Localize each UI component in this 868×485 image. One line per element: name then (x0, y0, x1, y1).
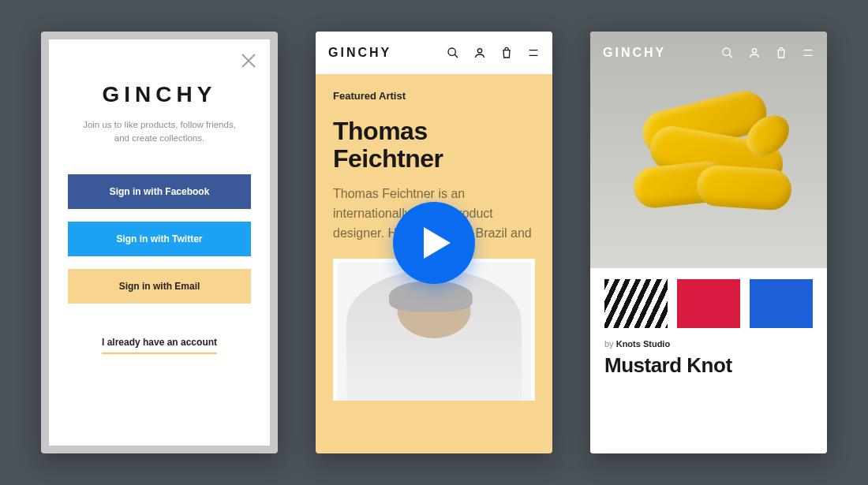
featured-artist-label: Featured Artist (333, 90, 535, 102)
signin-screen: GINCHY Join us to like products, follow … (41, 32, 278, 453)
signin-tagline: Join us to like products, follow friends… (77, 118, 242, 146)
search-icon[interactable] (721, 47, 734, 59)
header-bar: GINCHY (316, 32, 552, 74)
signin-twitter-button[interactable]: Sign in with Twitter (68, 222, 251, 256)
svg-line-8 (729, 54, 732, 58)
swatch-red[interactable] (677, 279, 740, 328)
menu-icon[interactable] (527, 47, 540, 59)
svg-line-3 (455, 54, 458, 58)
search-icon[interactable] (447, 47, 459, 59)
svg-point-9 (752, 49, 756, 53)
signin-facebook-button[interactable]: Sign in with Facebook (68, 174, 251, 209)
product-title: Mustard Knot (604, 353, 813, 378)
menu-icon[interactable] (802, 47, 814, 59)
color-swatches (590, 268, 827, 328)
signin-card: GINCHY Join us to like products, follow … (49, 39, 270, 446)
brand-logo[interactable]: GINCHY (603, 46, 666, 60)
close-icon[interactable] (240, 52, 257, 73)
bag-icon[interactable] (775, 47, 788, 59)
product-byline: by Knots Studio (604, 339, 813, 349)
account-icon[interactable] (748, 47, 761, 59)
knot-image (626, 95, 791, 221)
account-icon[interactable] (473, 47, 486, 59)
svg-point-4 (477, 49, 481, 53)
swatch-stripe[interactable] (604, 279, 668, 328)
brand-logo: GINCHY (103, 82, 217, 107)
swatch-blue[interactable] (750, 279, 813, 328)
svg-point-7 (723, 48, 730, 55)
bag-icon[interactable] (500, 47, 513, 59)
play-button[interactable] (393, 202, 475, 284)
brand-logo[interactable]: GINCHY (328, 46, 391, 60)
header-bar: GINCHY (590, 32, 827, 74)
already-have-account-link[interactable]: I already have an account (102, 337, 217, 354)
artist-name: Thomas Feichtner (333, 118, 535, 172)
svg-point-2 (448, 48, 455, 55)
svg-marker-12 (424, 227, 451, 259)
signin-email-button[interactable]: Sign in with Email (68, 269, 251, 304)
product-screen: GINCHY by Knots Studio Mustard Knot (590, 32, 827, 453)
